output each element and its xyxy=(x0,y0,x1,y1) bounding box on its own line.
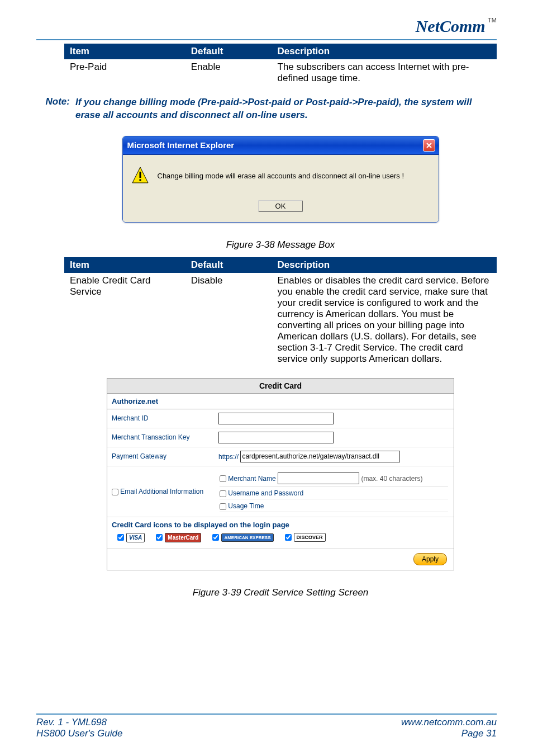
up-label: Username and Password xyxy=(228,489,303,497)
logo-text: NetComm xyxy=(416,17,486,35)
cell-default: Enable xyxy=(185,59,272,86)
usage-label: Usage Time xyxy=(228,502,264,510)
username-password-checkbox[interactable] xyxy=(220,490,226,497)
cc-title: Credit Card xyxy=(107,379,454,394)
close-icon[interactable] xyxy=(423,139,435,152)
gateway-input[interactable] xyxy=(240,451,400,462)
merchant-id-input[interactable] xyxy=(218,413,334,424)
discover-checkbox[interactable] xyxy=(285,534,292,541)
cell-desc: The subscribers can access Internet with… xyxy=(272,59,497,86)
dialog-title: Microsoft Internet Explorer xyxy=(127,140,235,150)
th-default: Default xyxy=(185,44,272,59)
cc-icons-head: Credit Card icons to be displayed on the… xyxy=(107,517,454,531)
footer-page: Page 31 xyxy=(461,728,497,739)
th-default: Default xyxy=(185,257,272,273)
visa-checkbox[interactable] xyxy=(117,534,124,541)
th-description: Description xyxy=(272,257,497,273)
merchant-name-note: (max. 40 characters) xyxy=(361,474,422,482)
cell-item: Enable Credit Card Service xyxy=(64,273,185,367)
cell-default: Disable xyxy=(185,273,272,367)
cell-desc: Enables or disables the credit card serv… xyxy=(272,273,497,367)
logo-bar: NetComm TM xyxy=(36,17,497,36)
gateway-label: Payment Gateway xyxy=(107,447,214,466)
merchant-txn-input[interactable] xyxy=(218,432,334,443)
dialog-message: Change billing mode will erase all accou… xyxy=(158,172,404,180)
merchant-name-label: Merchant Name xyxy=(228,474,275,482)
table-row: Enable Credit Card Service Disable Enabl… xyxy=(64,273,497,367)
merchant-id-label: Merchant ID xyxy=(107,409,214,428)
cell-item: Pre-Paid xyxy=(64,59,185,86)
svg-point-2 xyxy=(139,179,141,181)
cc-sub: Authorize.net xyxy=(107,394,454,409)
email-info-label: Email Additional Information xyxy=(120,488,203,495)
figure-caption-1: Figure 3-38 Message Box xyxy=(64,239,497,251)
table-creditcard-desc: Item Default Description Enable Credit C… xyxy=(64,257,497,367)
footer-url: www.netcomm.com.au xyxy=(401,717,497,728)
table-row: Pre-Paid Enable The subscribers can acce… xyxy=(64,59,497,86)
th-description: Description xyxy=(272,44,497,59)
table-prepaid: Item Default Description Pre-Paid Enable… xyxy=(64,44,497,86)
footer-rev: Rev. 1 - YML698 xyxy=(36,717,107,728)
visa-icon: VISA xyxy=(126,533,145,542)
ok-button[interactable]: OK xyxy=(258,200,303,212)
th-item: Item xyxy=(64,44,185,59)
apply-button[interactable]: Apply xyxy=(413,553,447,565)
footer-guide: HS800 User's Guide xyxy=(36,728,122,739)
logo-tm: TM xyxy=(488,17,497,23)
email-info-checkbox[interactable] xyxy=(112,489,118,495)
credit-card-panel: Credit Card Authorize.net Merchant ID Me… xyxy=(107,378,454,570)
figure-caption-2: Figure 3-39 Credit Service Setting Scree… xyxy=(64,587,497,598)
note-label: Note: xyxy=(39,96,70,122)
amex-checkbox[interactable] xyxy=(212,534,219,541)
th-item: Item xyxy=(64,257,185,273)
usage-time-checkbox[interactable] xyxy=(220,503,226,510)
merchant-txn-label: Merchant Transaction Key xyxy=(107,428,214,447)
warning-icon xyxy=(131,166,149,186)
gateway-prefix: https:// xyxy=(218,452,239,460)
mastercard-icon: MasterCard xyxy=(165,533,201,542)
merchant-name-input[interactable] xyxy=(278,472,359,484)
message-box: Microsoft Internet Explorer Change billi… xyxy=(122,136,439,223)
note-text: If you change billing mode (Pre-paid->Po… xyxy=(75,96,497,122)
merchant-name-checkbox[interactable] xyxy=(220,475,226,482)
mastercard-checkbox[interactable] xyxy=(156,534,163,541)
svg-rect-1 xyxy=(139,172,141,178)
amex-icon: AMERICAN EXPRESS xyxy=(221,533,273,542)
discover-icon: DISCOVER xyxy=(294,533,326,542)
